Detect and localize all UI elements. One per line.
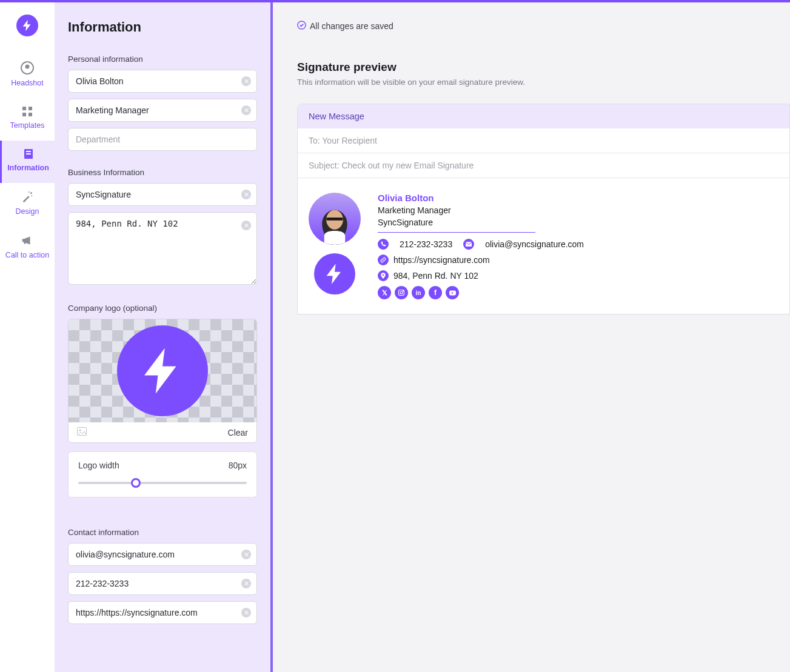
email-input[interactable]	[68, 543, 257, 566]
email-header: New Message	[298, 104, 789, 128]
svg-point-12	[79, 430, 81, 431]
name-input[interactable]	[68, 70, 257, 93]
svg-rect-8	[26, 153, 31, 155]
document-icon	[2, 148, 55, 160]
business-info-label: Business Information	[68, 168, 257, 177]
nav-label: Headshot	[0, 79, 55, 87]
nav-label: Design	[0, 207, 55, 216]
email-subject-line: Subject: Check out my new Email Signatur…	[298, 153, 789, 178]
signature-name: Olivia Bolton	[378, 193, 584, 203]
clear-address-button[interactable]: ✕	[241, 221, 251, 230]
logo-preview[interactable]	[69, 319, 256, 422]
logo-width-label: Logo width	[78, 461, 119, 470]
logo-width-control: Logo width 80px	[68, 451, 257, 497]
website-input[interactable]	[68, 601, 257, 624]
personal-info-label: Personal information	[68, 55, 257, 64]
company-input[interactable]	[68, 183, 257, 206]
signature-phone: 212-232-3233	[400, 239, 452, 249]
signature-title: Marketing Manager	[378, 205, 584, 215]
signature-website: https://syncsignature.com	[393, 255, 490, 265]
company-logo-image	[117, 325, 208, 416]
nav-label: Templates	[0, 121, 55, 130]
signature-company: SyncSignature	[378, 218, 584, 227]
preview-subheading: This information will be visible on your…	[297, 78, 766, 87]
clear-name-button[interactable]: ✕	[241, 76, 251, 86]
mail-icon	[463, 239, 474, 250]
email-to-line: To: Your Recipient	[298, 128, 789, 153]
megaphone-icon	[0, 234, 55, 247]
phone-icon	[378, 239, 389, 250]
contact-info-label: Contact information	[68, 528, 257, 537]
logo-width-value: 80px	[229, 461, 247, 470]
svg-rect-3	[28, 107, 32, 110]
social-youtube-icon[interactable]	[446, 286, 459, 299]
wand-icon	[0, 190, 55, 204]
link-icon	[378, 254, 389, 265]
check-icon	[297, 21, 306, 32]
clear-logo-button[interactable]: Clear	[228, 428, 248, 437]
save-status: All changes are saved	[297, 21, 766, 32]
nav-item-design[interactable]: Design	[0, 183, 55, 227]
clear-website-button[interactable]: ✕	[241, 608, 251, 617]
grid-icon	[0, 105, 55, 118]
department-input[interactable]	[68, 128, 257, 151]
map-pin-icon	[378, 270, 389, 281]
address-input[interactable]	[68, 212, 257, 285]
signature-avatar	[309, 193, 361, 245]
email-mock: New Message To: Your Recipient Subject: …	[297, 104, 790, 314]
signature-socials: 𝕏 in f	[378, 286, 584, 299]
nav-label: Call to action	[0, 251, 55, 259]
panel-heading: Information	[68, 19, 257, 35]
nav-label: Information	[2, 164, 55, 172]
preview-heading: Signature preview	[297, 61, 766, 74]
bolt-icon	[323, 262, 347, 286]
social-x-icon[interactable]: 𝕏	[378, 286, 391, 299]
svg-point-1	[25, 65, 30, 69]
job-title-input[interactable]	[68, 99, 257, 122]
logo-section-label: Company logo (optional)	[68, 304, 257, 313]
svg-rect-15	[326, 218, 343, 221]
nav-item-headshot[interactable]: Headshot	[0, 53, 55, 98]
user-circle-icon	[0, 61, 55, 75]
signature-email: olivia@syncsignature.com	[485, 239, 584, 249]
nav-item-templates[interactable]: Templates	[0, 98, 55, 141]
social-linkedin-icon[interactable]: in	[412, 286, 425, 299]
clear-company-button[interactable]: ✕	[241, 190, 251, 199]
clear-phone-button[interactable]: ✕	[241, 579, 251, 588]
signature-preview: Olivia Bolton Marketing Manager SyncSign…	[298, 178, 789, 314]
bolt-icon	[21, 19, 34, 32]
signature-divider	[378, 232, 535, 233]
svg-rect-7	[26, 151, 31, 152]
signature-address: 984, Penn Rd. NY 102	[393, 271, 478, 281]
image-icon	[77, 427, 87, 437]
social-facebook-icon[interactable]: f	[429, 286, 442, 299]
nav-item-information[interactable]: Information	[0, 141, 55, 183]
nav-rail: Headshot Templates Information Design Ca	[0, 2, 55, 672]
bolt-icon	[135, 344, 190, 398]
svg-point-18	[400, 291, 403, 294]
svg-point-9	[31, 195, 32, 196]
logo-upload-box: Clear	[68, 319, 257, 443]
app-logo	[16, 15, 38, 36]
preview-panel: All changes are saved Signature preview …	[273, 2, 790, 672]
svg-point-10	[28, 191, 30, 193]
clear-email-button[interactable]: ✕	[241, 550, 251, 559]
signature-company-logo	[314, 253, 355, 294]
svg-rect-5	[28, 113, 32, 116]
nav-item-cta[interactable]: Call to action	[0, 227, 55, 270]
social-instagram-icon[interactable]	[395, 286, 408, 299]
svg-rect-4	[22, 113, 26, 116]
phone-input[interactable]	[68, 572, 257, 595]
clear-title-button[interactable]: ✕	[241, 105, 251, 115]
svg-rect-2	[22, 107, 26, 110]
logo-width-slider[interactable]	[78, 482, 247, 484]
form-panel: Information Personal information ✕ ✕ Bus…	[55, 2, 273, 672]
svg-point-19	[403, 291, 404, 291]
save-status-text: All changes are saved	[310, 21, 393, 31]
